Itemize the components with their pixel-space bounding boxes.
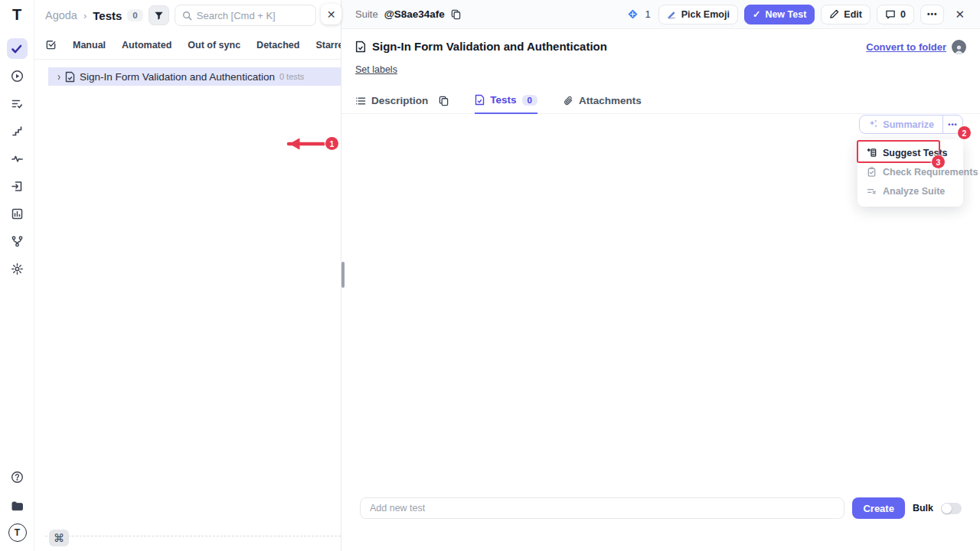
suite-tree-count: 0 tests (279, 72, 304, 81)
bulk-toggle[interactable] (941, 503, 962, 514)
rail-item-plans[interactable] (7, 93, 28, 114)
search-input[interactable] (197, 10, 309, 21)
detail-header: Suite @S8ae34afe 1 Pick Emoji ✓ New (341, 0, 980, 29)
keyboard-shortcut-badge[interactable]: ⌘ (49, 530, 69, 546)
detail-close-button[interactable]: ✕ (950, 8, 969, 21)
comment-bubble-icon (885, 9, 896, 20)
convert-to-folder-link[interactable]: Convert to folder (866, 41, 946, 53)
annotation-badge-2: 2 (958, 126, 971, 139)
breadcrumb-separator: › (83, 10, 87, 21)
tab-description[interactable]: Description (355, 88, 428, 114)
create-button[interactable]: Create (852, 497, 904, 519)
chevron-right-icon[interactable]: › (57, 70, 60, 83)
tree-footer: ⌘ (45, 536, 341, 551)
tree-topbar: Agoda › Tests 0 (34, 0, 341, 31)
filter-tabs: Manual Automated Out of sync Detached St… (34, 31, 341, 60)
search-icon (182, 11, 192, 21)
detail-header-actions: 1 Pick Emoji ✓ New Test Edit (627, 5, 969, 24)
annotation-arrow-step1: 1 (279, 137, 338, 150)
rail-item-settings[interactable] (7, 259, 28, 279)
gem-count: 1 (645, 8, 650, 20)
pick-emoji-button[interactable]: Pick Emoji (658, 5, 738, 24)
user-avatar[interactable] (952, 40, 966, 54)
tree-close-button[interactable]: ✕ (321, 4, 341, 24)
suite-tree-row[interactable]: › Sign-In Form Validation and Authentica… (48, 67, 341, 86)
box-arrow-icon (11, 180, 24, 193)
header-more-button[interactable]: ••• (920, 5, 945, 24)
list-icon (355, 96, 366, 106)
filter-tab-manual[interactable]: Manual (73, 40, 106, 51)
new-test-button[interactable]: ✓ New Test (744, 5, 815, 24)
suite-doc-icon (355, 41, 366, 53)
rail-item-branches[interactable] (7, 231, 28, 252)
ai-actions-dropdown: Suggest Tests Check Requirements Analyze… (858, 139, 963, 207)
tab-description-label: Description (371, 95, 428, 106)
copy-description-icon[interactable] (439, 96, 449, 106)
projects-button[interactable] (7, 495, 28, 516)
page-title: Sign-In Form Validation and Authenticati… (372, 40, 607, 53)
set-labels-link[interactable]: Set labels (355, 64, 397, 75)
workspace-avatar[interactable]: T (8, 523, 27, 542)
comments-count: 0 (900, 9, 906, 20)
rail-item-import[interactable] (7, 176, 28, 197)
suite-tree-label: Sign-In Form Validation and Authenticati… (80, 71, 275, 83)
filter-button[interactable] (149, 5, 169, 25)
suite-detail-panel: Suite @S8ae34afe 1 Pick Emoji ✓ New (341, 0, 980, 551)
help-button[interactable] (7, 467, 28, 487)
annotation-badge-1: 1 (325, 137, 338, 150)
help-icon (11, 471, 24, 484)
breadcrumb-project[interactable]: Agoda (45, 9, 77, 21)
menu-item-analyze-suite[interactable]: Analyze Suite (858, 181, 963, 201)
emoji-hand-icon (667, 9, 677, 19)
check-icon (11, 43, 23, 55)
summarize-label: Summarize (883, 119, 934, 130)
suite-doc-icon (65, 71, 75, 83)
menu-item-check-requirements[interactable]: Check Requirements (858, 162, 963, 181)
copy-suite-id-icon[interactable] (451, 9, 461, 20)
doc-icon (475, 94, 485, 106)
tree-list: › Sign-In Form Validation and Authentica… (34, 67, 341, 86)
add-new-test-input[interactable] (360, 497, 844, 519)
new-test-label: New Test (765, 9, 806, 20)
gem-icon (627, 8, 639, 20)
breadcrumb-section[interactable]: Tests (93, 9, 122, 22)
tree-panel: Agoda › Tests 0 (34, 0, 341, 551)
panel-resize-handle[interactable] (341, 262, 345, 288)
tab-tests-count-badge: 0 (522, 95, 537, 106)
play-circle-icon (11, 70, 24, 83)
detail-tabs: Description Tests 0 Attachments (341, 88, 980, 114)
filter-tab-out-of-sync[interactable]: Out of sync (188, 40, 240, 51)
menu-item-suggest-tests[interactable]: Suggest Tests (858, 143, 963, 162)
edit-label: Edit (844, 9, 862, 20)
suite-label: Suite (355, 8, 378, 20)
comments-button[interactable]: 0 (877, 5, 914, 24)
pick-emoji-label: Pick Emoji (681, 9, 730, 20)
red-arrow-icon (279, 138, 325, 150)
suite-id: @S8ae34afe (384, 8, 445, 20)
rail-item-tests[interactable] (7, 38, 28, 59)
tab-tests-label: Tests (490, 94, 516, 106)
toggle-knob (942, 504, 952, 514)
rail-item-reports[interactable] (7, 204, 28, 224)
icon-rail: T (0, 0, 34, 551)
tab-tests[interactable]: Tests 0 (475, 88, 537, 114)
app-logo[interactable]: T (12, 6, 21, 23)
summarize-button[interactable]: Summarize (860, 116, 942, 133)
select-all-icon[interactable] (45, 39, 57, 51)
stairs-icon (11, 125, 24, 138)
rail-item-pulse[interactable] (7, 148, 28, 169)
rail-item-steps[interactable] (7, 121, 28, 142)
bulk-label: Bulk (913, 503, 933, 514)
check-requirements-label: Check Requirements (883, 167, 978, 178)
pencil-icon (829, 9, 839, 19)
folder-icon (11, 499, 24, 513)
tab-attachments[interactable]: Attachments (564, 88, 642, 114)
bar-chart-icon (11, 207, 24, 220)
filter-tab-detached[interactable]: Detached (256, 40, 299, 51)
rail-item-runs[interactable] (7, 66, 28, 86)
search-box[interactable] (175, 5, 316, 26)
title-row: Sign-In Form Validation and Authenticati… (341, 29, 980, 54)
edit-button[interactable]: Edit (821, 5, 871, 24)
filter-tab-automated[interactable]: Automated (122, 40, 172, 51)
sparkles-icon (868, 119, 878, 129)
